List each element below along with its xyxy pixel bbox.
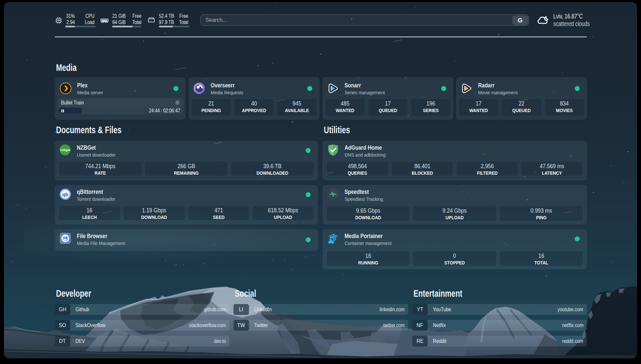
svg-text:nzbget: nzbget (60, 148, 70, 152)
svg-text:qb: qb (62, 192, 68, 197)
